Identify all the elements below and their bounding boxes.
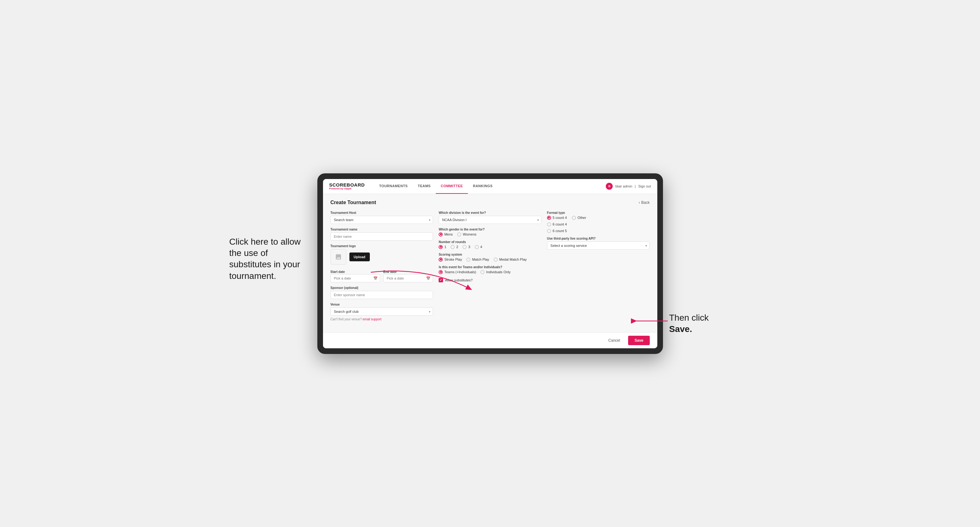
tournament-logo-label: Tournament logo <box>331 244 433 248</box>
match-play-option[interactable]: Match Play <box>466 257 489 262</box>
gender-womens-option[interactable]: Womens <box>457 232 476 237</box>
format-5count4-label: 5 count 4 <box>553 216 567 219</box>
individuals-radio[interactable] <box>480 270 485 274</box>
rounds-4-option[interactable]: 4 <box>475 245 482 249</box>
format-5count4-radio[interactable] <box>547 216 551 220</box>
match-play-radio[interactable] <box>466 257 470 262</box>
nav-committee[interactable]: COMMITTEE <box>436 179 468 194</box>
format-6count4-label: 6 count 4 <box>553 222 567 226</box>
venue-select[interactable]: Search golf club <box>331 308 433 316</box>
medal-match-label: Medal Match Play <box>499 257 527 261</box>
nav-teams[interactable]: TEAMS <box>413 179 436 194</box>
rounds-field: Number of rounds 1 2 <box>439 240 541 249</box>
cancel-button[interactable]: Cancel <box>603 336 625 345</box>
stroke-play-radio[interactable] <box>439 257 443 262</box>
tournament-host-label: Tournament Host <box>331 211 433 214</box>
gender-mens-radio[interactable] <box>439 232 443 237</box>
stroke-play-option[interactable]: Stroke Play <box>439 257 462 262</box>
navbar: SCOREBOARD Powered by clippd TOURNAMENTS… <box>323 179 657 194</box>
format-other-label: Other <box>578 216 586 219</box>
division-label: Which division is the event for? <box>439 211 541 214</box>
rounds-4-label: 4 <box>480 245 482 249</box>
format-options: 5 count 4 Other 6 count 4 <box>547 216 650 233</box>
tournament-name-label: Tournament name <box>331 228 433 231</box>
start-date-label: Start date <box>331 270 345 273</box>
venue-email-link[interactable]: email support <box>363 317 382 321</box>
page-content: Create Tournament ‹ Back Tournament Host… <box>323 194 657 332</box>
rounds-2-label: 2 <box>456 245 458 249</box>
gender-field: Which gender is the event for? Mens Wome… <box>439 228 541 237</box>
save-button[interactable]: Save <box>628 336 649 345</box>
brand-name: SCOREBOARD <box>329 183 365 187</box>
medal-match-radio[interactable] <box>493 257 498 262</box>
format-5count4-option[interactable]: 5 count 4 <box>547 216 567 220</box>
gender-womens-radio[interactable] <box>457 232 461 237</box>
gender-radio-group: Mens Womens <box>439 232 541 237</box>
logo-placeholder <box>331 249 346 265</box>
format-other-option[interactable]: Other <box>572 216 586 220</box>
venue-label: Venue <box>331 303 433 306</box>
rounds-3-label: 3 <box>468 245 470 249</box>
annotation-right: Then click Save. <box>669 312 732 335</box>
nav-right: B blair admin | Sign out <box>606 183 651 190</box>
rounds-1-radio[interactable] <box>439 245 443 249</box>
rounds-4-radio[interactable] <box>475 245 479 249</box>
rounds-radio-group: 1 2 3 <box>439 245 541 249</box>
nav-tournaments[interactable]: TOURNAMENTS <box>374 179 413 194</box>
nav-separator: | <box>635 184 636 188</box>
format-type-field: Format type 5 count 4 Other <box>547 211 650 233</box>
gender-mens-option[interactable]: Mens <box>439 232 453 237</box>
image-icon <box>335 254 342 260</box>
rounds-3-radio[interactable] <box>463 245 466 249</box>
page-header: Create Tournament ‹ Back <box>331 200 650 205</box>
scoring-system-field: Scoring system Stroke Play Match Play <box>439 253 541 262</box>
division-select-wrapper: NCAA Division I <box>439 216 541 224</box>
rounds-2-option[interactable]: 2 <box>450 245 458 249</box>
annotation-left: Click here to allow the use of substitut… <box>229 236 311 282</box>
scoring-api-select[interactable]: Select a scoring service <box>547 241 650 250</box>
format-6count4-option[interactable]: 6 count 4 <box>547 222 650 227</box>
bottom-bar: Cancel Save <box>323 332 657 348</box>
scoring-radio-group: Stroke Play Match Play Medal Match Play <box>439 257 541 262</box>
user-name: blair admin <box>615 184 632 188</box>
tournament-name-input[interactable] <box>331 232 433 241</box>
format-6count5-radio[interactable] <box>547 229 551 233</box>
scoring-api-label: Use third-party live scoring API? <box>547 237 650 240</box>
powered-by: Powered by clippd <box>329 187 365 190</box>
individuals-option[interactable]: Individuals Only <box>480 270 511 274</box>
back-link[interactable]: ‹ Back <box>639 200 650 205</box>
stroke-play-label: Stroke Play <box>444 257 462 261</box>
rounds-2-radio[interactable] <box>450 245 455 249</box>
scoring-api-field: Use third-party live scoring API? Select… <box>547 237 650 250</box>
format-other-radio[interactable] <box>572 216 576 220</box>
rounds-1-option[interactable]: 1 <box>439 245 446 249</box>
user-avatar: B <box>606 183 613 190</box>
nav-rankings[interactable]: RANKINGS <box>468 179 498 194</box>
format-6count5-option[interactable]: 6 count 5 <box>547 229 650 233</box>
match-play-label: Match Play <box>472 257 489 261</box>
medal-match-option[interactable]: Medal Match Play <box>493 257 527 262</box>
venue-help: Can't find your venue? email support <box>331 317 433 321</box>
upload-button[interactable]: Upload <box>349 252 370 261</box>
format-6count4-radio[interactable] <box>547 222 551 227</box>
nav-links: TOURNAMENTS TEAMS COMMITTEE RANKINGS <box>374 179 606 194</box>
sign-out-link[interactable]: Sign out <box>638 184 651 188</box>
individuals-label: Individuals Only <box>486 270 511 274</box>
format-row-1: 5 count 4 Other <box>547 216 650 220</box>
tournament-logo-field: Tournament logo Upload <box>331 244 433 265</box>
tablet-frame: SCOREBOARD Powered by clippd TOURNAMENTS… <box>317 173 663 354</box>
gender-womens-label: Womens <box>463 232 476 236</box>
tournament-host-field: Tournament Host Search team <box>331 211 433 224</box>
rounds-3-option[interactable]: 3 <box>463 245 470 249</box>
logo-upload-area: Upload <box>331 249 433 265</box>
format-6count5-label: 6 count 5 <box>553 229 567 233</box>
division-select[interactable]: NCAA Division I <box>439 216 541 224</box>
tournament-host-select[interactable]: Search team <box>331 216 433 224</box>
logo-area: SCOREBOARD Powered by clippd <box>329 183 365 190</box>
tablet-screen: SCOREBOARD Powered by clippd TOURNAMENTS… <box>323 179 657 348</box>
gender-label: Which gender is the event for? <box>439 228 541 231</box>
form-section-right: Format type 5 count 4 Other <box>547 211 650 321</box>
scoring-api-select-wrapper: Select a scoring service <box>547 241 650 250</box>
page-title: Create Tournament <box>331 200 376 205</box>
tournament-host-select-wrapper: Search team <box>331 216 433 224</box>
